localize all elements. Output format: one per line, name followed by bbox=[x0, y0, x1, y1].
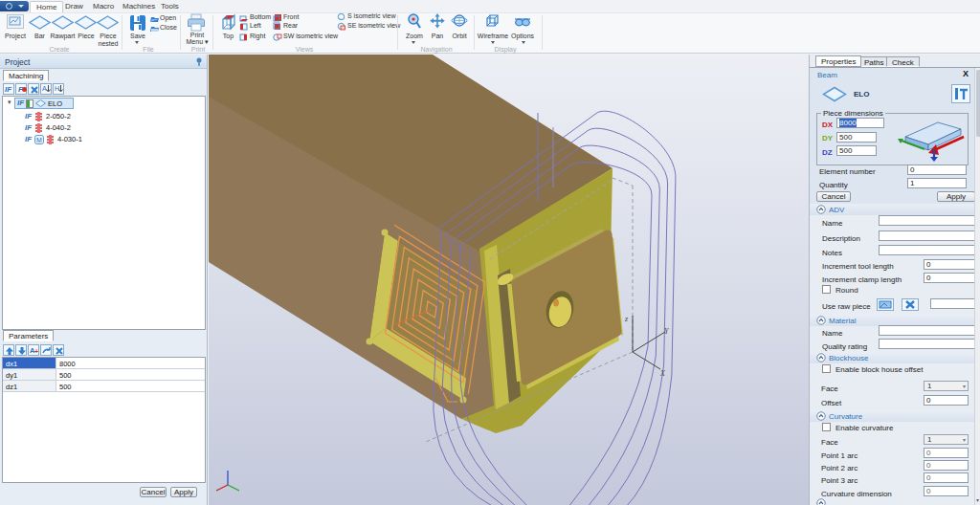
svg-text:M: M bbox=[36, 137, 42, 143]
